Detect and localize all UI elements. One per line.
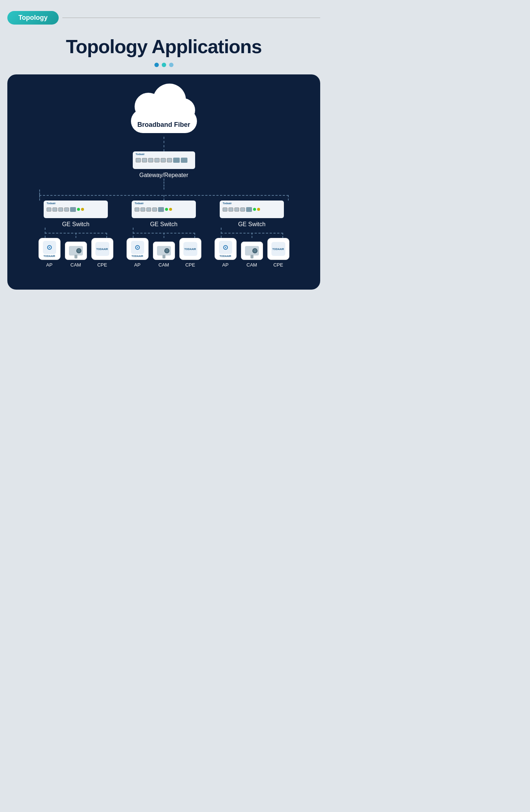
dot-2 [162,63,166,67]
gateway-brand: Todaair [136,153,145,155]
sub-drop-right-2 [194,233,195,238]
sw1-port-3 [58,207,63,212]
sub-h-connector-3 [213,228,290,238]
topology-line [62,18,320,18]
cam-body-inner-3 [245,246,259,256]
cam-col-1: CAM [65,242,87,268]
cpe-col-3: TODAAIR CPE [267,238,289,268]
cpe-inner-2: TODAAIR [183,242,197,256]
cam-mount-2 [162,255,165,258]
gw-port-6 [167,158,172,162]
sub-h-connector-2 [125,228,202,238]
cam-device-2 [153,242,175,260]
cam-device-1 [65,242,87,260]
gw-port-1 [136,158,141,162]
ap-device-1: ⊙ TODAAIR [39,238,61,260]
ap-wifi-icon-3: ⊙ [223,243,228,251]
ge-switch-device-3: Todaair [220,201,284,218]
h-line-drop-left [39,190,40,201]
cam-label-1: CAM [70,262,81,268]
ge-switch-label-3: GE Switch [238,221,266,228]
sw1-port-4 [64,207,69,212]
cpe-label-3: CPE [273,262,283,268]
cpe-label-1: CPE [97,262,107,268]
badge-row: Topology [7,11,320,25]
cloud-label: Broadband Fiber [124,121,204,129]
sub-h-connector-1 [37,228,114,238]
sw3-port-1 [223,207,227,212]
gw-port-5 [161,158,166,162]
topology-diagram: Broadband Fiber Todaair [7,74,320,290]
sw3-sfp [246,207,252,212]
h-line-drop-mid [164,195,164,201]
cam-body-inner-1 [69,246,83,256]
sw3-brand: Todaair [223,202,232,205]
cpe-brand-3: TODAAIR [273,248,284,250]
cam-mount-3 [251,255,253,258]
ap-inner-2: ⊙ [131,241,144,254]
ap-brand-3: TODAAIR [220,255,231,257]
sw2-port-1 [135,207,139,212]
cam-device-3 [241,242,263,260]
sub-devices-row-2: ⊙ TODAAIR AP [127,238,201,268]
cpe-device-2: TODAAIR [179,238,201,260]
ap-device-3: ⊙ TODAAIR [215,238,237,260]
ge-switch-label-2: GE Switch [150,221,178,228]
sw1-port-1 [47,207,51,212]
gw-sfp-1 [173,158,180,163]
sw1-led-g [77,208,80,211]
sub-drop-right-1 [106,233,107,238]
sw1-port-2 [52,207,57,212]
cpe-label-2: CPE [185,262,195,268]
sub-drop-left-1 [45,228,45,238]
cam-lens-3 [252,248,257,253]
ap-wifi-icon-2: ⊙ [135,243,140,251]
sw2-port-4 [152,207,157,212]
gw-port-4 [154,158,160,162]
cpe-inner-3: TODAAIR [271,242,285,256]
cpe-device-3: TODAAIR [267,238,289,260]
switch-col-1: Todaair GE Switch [32,201,120,268]
sub-devices-row-3: ⊙ TODAAIR AP [215,238,289,268]
cam-body-inner-2 [157,246,171,256]
cam-lens-2 [164,248,169,253]
dot-3 [169,63,173,67]
cam-body-1 [69,246,83,256]
cpe-col-2: TODAAIR CPE [179,238,201,268]
line-cloud-to-gateway [164,137,164,151]
ap-col-3: ⊙ TODAAIR AP [215,238,237,268]
broadband-fiber-cloud: Broadband Fiber [124,93,204,133]
sw3-ports [223,207,260,212]
h-connector [39,190,289,201]
sw3-port-2 [229,207,233,212]
page-title: Topology Applications [7,36,320,58]
sw1-led-y [81,208,84,211]
ge-switch-device-1: Todaair [44,201,108,218]
topology-section: Broadband Fiber Todaair [22,93,306,268]
gw-sfp-2 [181,158,187,163]
cam-lens-1 [76,248,81,253]
cam-label-2: CAM [158,262,169,268]
sw2-ports [135,207,172,212]
sw2-sfp [158,207,164,212]
cloud-container: Broadband Fiber [124,93,204,133]
switches-row: Todaair GE Switch [25,201,303,268]
dots-row [7,63,320,67]
sw3-port-4 [240,207,245,212]
ap-col-1: ⊙ TODAAIR AP [39,238,61,268]
cam-col-3: CAM [241,242,263,268]
sw2-led-g [165,208,168,211]
sub-drop-mid-3 [252,233,252,238]
gateway-device-container: Todaair [133,151,195,169]
cam-mount-1 [74,255,77,258]
ge-switch-label-1: GE Switch [62,221,89,228]
cam-body-3 [245,246,259,256]
cpe-brand-1: TODAAIR [96,248,108,250]
switch-col-3: Todaair GE Switch [208,201,296,268]
ge-switch-device-2: Todaair [132,201,196,218]
sw1-sfp [70,207,76,212]
ap-label-1: AP [46,262,52,268]
cam-col-2: CAM [153,242,175,268]
sw3-led-y [257,208,260,211]
cam-label-3: CAM [246,262,257,268]
